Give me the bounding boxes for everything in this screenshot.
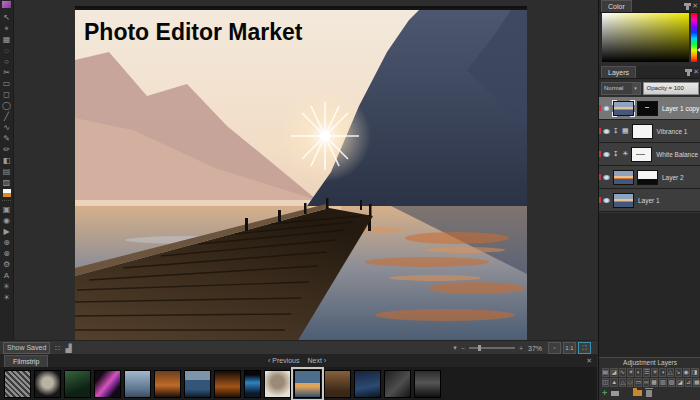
tab-filmstrip[interactable]: Filmstrip (4, 355, 48, 367)
grid-tool-icon[interactable]: ▦ (1, 34, 12, 45)
opacity-field[interactable]: Opacity = 100 (643, 82, 699, 95)
photo-canvas[interactable]: Photo Editor Market (75, 10, 527, 342)
duplicate-layer-button[interactable] (611, 391, 619, 396)
white-balance-adj-icon[interactable]: △ (667, 368, 674, 377)
filmstrip-close-icon[interactable]: ✕ (586, 357, 592, 365)
thumb-portrait-light[interactable] (264, 370, 291, 398)
rect-select-tool-icon[interactable]: ▭ (1, 78, 12, 89)
lasso-tool-icon[interactable]: ◌ (1, 45, 12, 56)
corner-adj-icon[interactable]: ◪ (676, 378, 684, 387)
vibrance-adj-icon[interactable]: ✳ (651, 368, 658, 377)
levels-adj-icon[interactable]: ▤ (602, 368, 610, 377)
curves-adj-icon[interactable]: ∿ (619, 368, 626, 377)
thumb-alley-orange[interactable] (214, 370, 241, 398)
folder-icon[interactable] (633, 390, 642, 396)
pixel-view-button[interactable]: ▫ (548, 342, 561, 354)
pen-tool-icon[interactable]: ✎ (1, 133, 12, 144)
hue-bar[interactable] (691, 13, 697, 62)
layer-thumbnail[interactable] (613, 101, 634, 116)
layer-row[interactable]: ↧☀White Balance 1 (599, 143, 700, 166)
thumb-dark-scene[interactable] (384, 370, 411, 398)
color-saturation-picker[interactable] (602, 13, 689, 62)
layer-thumbnail[interactable] (632, 124, 653, 139)
one-to-one-button[interactable]: 1:1 (563, 342, 576, 354)
pan-view-icon[interactable]: ∷ (55, 344, 60, 353)
infinite-adj-icon[interactable]: ∞ (643, 378, 649, 387)
layer-visibility-eye-icon[interactable] (603, 198, 610, 203)
zoom-in-button[interactable]: + (519, 345, 523, 352)
image-window[interactable]: Photo Editor Market (75, 6, 527, 342)
layer-row[interactable]: Layer 2 (599, 166, 700, 189)
thumb-sunset-clouds[interactable] (154, 370, 181, 398)
thumb-text-dark[interactable] (34, 370, 61, 398)
wedge-adj-icon[interactable]: ⊿ (685, 378, 692, 387)
layer-visibility-eye-icon[interactable] (603, 152, 610, 157)
line-tool-icon[interactable]: ╱ (1, 111, 12, 122)
trash-icon[interactable] (646, 390, 652, 397)
pin-icon[interactable] (686, 3, 689, 10)
foreground-color-swatch[interactable] (2, 1, 11, 8)
settings-tool-icon[interactable]: ⚙ (1, 259, 12, 270)
brightness-adj-icon[interactable]: ☀ (627, 368, 634, 377)
fill-light-adj-icon[interactable]: ◨ (691, 368, 699, 377)
add-tool-icon[interactable]: ⊕ (1, 237, 12, 248)
add-layer-button[interactable]: + (602, 389, 607, 397)
hatch-adj-icon[interactable]: ▧ (668, 378, 676, 387)
gradient-tool-icon[interactable]: ▤ (1, 166, 12, 177)
target-tool-icon[interactable]: ◉ (1, 215, 12, 226)
tab-color[interactable]: Color (601, 0, 632, 12)
zoom-dropdown-icon[interactable]: ▾ (453, 344, 457, 352)
blend-mode-select[interactable]: Normal ▾ (601, 82, 641, 95)
posterize-adj-icon[interactable]: ◇ (627, 378, 634, 387)
pattern-adj-icon[interactable]: ▩ (650, 378, 658, 387)
layer-thumbnail[interactable] (613, 170, 634, 185)
pan-tool-icon[interactable]: ↖ (1, 12, 12, 23)
layer-mask-thumbnail[interactable] (637, 101, 658, 116)
remove-tool-icon[interactable]: ⊗ (1, 248, 12, 259)
light-tool-icon[interactable]: ☀ (1, 292, 12, 303)
thumb-pink-abstract[interactable] (94, 370, 121, 398)
close-icon[interactable]: ✕ (693, 68, 699, 76)
layer-row[interactable]: ↧▦Vibrance 1 (599, 120, 700, 143)
fill-tool-icon[interactable] (3, 189, 11, 197)
pick-tool-icon[interactable]: ⌖ (1, 23, 12, 34)
grid-adj-icon[interactable]: ▦ (693, 378, 700, 387)
fit-to-window-button[interactable]: ⛶ (578, 342, 591, 354)
eyedropper-adj-icon[interactable]: ↘ (675, 368, 682, 377)
layer-visibility-eye-icon[interactable] (603, 106, 610, 111)
pattern-tool-icon[interactable]: ▨ (1, 177, 12, 188)
chevron-down-icon[interactable]: ▾ (632, 83, 640, 94)
ellipse-select-tool-icon[interactable]: ○ (1, 56, 12, 67)
zoom-slider[interactable] (469, 347, 515, 349)
frame-tool-icon[interactable]: ▣ (1, 204, 12, 215)
histogram-adj-icon[interactable]: ◪ (610, 368, 618, 377)
thumb-lake-sunset[interactable] (294, 370, 321, 398)
invert-adj-icon[interactable]: ▭ (634, 378, 642, 387)
tab-layers[interactable]: Layers (601, 66, 636, 78)
exposure-adj-icon[interactable]: ◐ (635, 368, 642, 377)
pin-icon[interactable] (687, 69, 690, 76)
show-saved-button[interactable]: Show Saved (3, 342, 50, 354)
layer-visibility-eye-icon[interactable] (603, 129, 610, 134)
hue-sat-adj-icon[interactable]: ◑ (659, 368, 666, 377)
thumb-crowd-bw[interactable] (4, 370, 31, 398)
thumb-buildings-brown[interactable] (324, 370, 351, 398)
channel-mixer-adj-icon[interactable]: ☰ (643, 368, 650, 377)
scissors-tool-icon[interactable]: ✂ (1, 67, 12, 78)
play-tool-icon[interactable]: ▶ (1, 226, 12, 237)
thumb-clouds-blue[interactable] (124, 370, 151, 398)
thumb-forest-green[interactable] (64, 370, 91, 398)
zoom-out-button[interactable]: − (461, 345, 465, 352)
circle-tool-icon[interactable]: ◯ (1, 100, 12, 111)
thumb-figure-blue[interactable] (244, 370, 261, 398)
pencil-tool-icon[interactable]: ✏ (1, 144, 12, 155)
close-icon[interactable]: ✕ (692, 2, 698, 10)
next-button[interactable]: Next › (308, 357, 327, 364)
threshold-adj-icon[interactable]: △ (619, 378, 626, 387)
warning-adj-icon[interactable]: ▲ (610, 378, 618, 387)
canvas-workspace[interactable]: Photo Editor Market (14, 0, 595, 340)
thumb-lake-dusk[interactable] (184, 370, 211, 398)
zoom-slider-handle[interactable] (478, 345, 481, 351)
histogram-icon[interactable]: ▟ (65, 344, 71, 353)
layer-mask-thumbnail[interactable] (637, 170, 658, 185)
